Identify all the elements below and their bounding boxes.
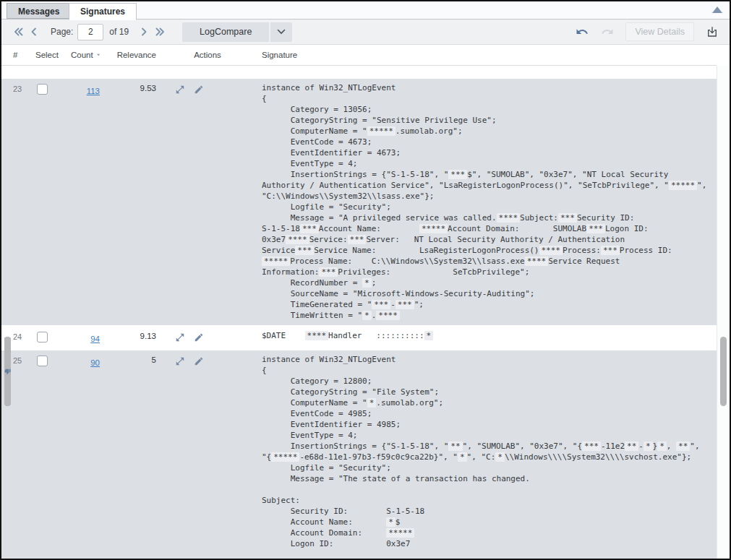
wildcard-highlight: *** <box>348 235 367 244</box>
table-header: # Select Count Relevance Actions Signatu… <box>1 45 717 66</box>
actions-cell <box>156 79 259 95</box>
last-page-button[interactable] <box>152 23 168 40</box>
expand-icon[interactable] <box>175 85 185 95</box>
count-link[interactable]: 113 <box>87 87 100 95</box>
wildcard-highlight: ***** <box>669 181 697 190</box>
chevron-down-icon <box>277 29 286 35</box>
count-link[interactable]: 94 <box>90 335 100 343</box>
last-page-icon <box>155 27 166 37</box>
wildcard-highlight: *** <box>586 224 605 233</box>
column-header-signature: Signature <box>259 51 717 59</box>
redo-button[interactable] <box>600 25 615 39</box>
column-header-count[interactable]: Count <box>71 51 100 59</box>
table-body: 231139.53instance of Win32_NTLogEvent { … <box>1 66 730 559</box>
row-checkbox[interactable] <box>37 332 48 343</box>
prev-page-icon <box>29 27 39 37</box>
count-link[interactable]: 90 <box>90 358 100 367</box>
view-details-button[interactable]: View Details <box>625 22 694 41</box>
wildcard-highlight: * <box>495 452 505 462</box>
edit-icon[interactable] <box>194 356 204 366</box>
relevance-cell: 9.13 <box>100 327 156 340</box>
log-search-results-panel: Messages Signatures Page: of 19 <box>0 0 731 560</box>
wildcard-highlight: ***** <box>386 528 414 538</box>
wildcard-highlight: *** <box>372 300 390 309</box>
table-row: 25905instance of Win32_NTLogEvent { Cate… <box>1 350 717 559</box>
count-header-label: Count <box>71 51 93 59</box>
wildcard-highlight: * <box>644 441 653 451</box>
row-select-cell <box>35 327 71 345</box>
column-header-select: Select <box>35 51 71 59</box>
logcompare-dropdown-button[interactable] <box>270 22 292 42</box>
actions-cell <box>156 327 259 343</box>
page-total: of 19 <box>109 27 129 37</box>
tab-signatures-label: Signatures <box>80 7 125 17</box>
wildcard-highlight: *** <box>396 300 414 309</box>
tab-signatures[interactable]: Signatures <box>69 3 137 20</box>
wildcard-highlight: **** <box>525 257 549 266</box>
tab-messages[interactable]: Messages <box>7 3 71 19</box>
rows: 231139.53instance of Win32_NTLogEvent { … <box>1 66 717 559</box>
wildcard-highlight: ***** <box>419 224 448 233</box>
vertical-scrollbar-thumb[interactable] <box>720 337 727 406</box>
collapse-panel-icon[interactable] <box>712 7 722 13</box>
edit-icon[interactable] <box>194 85 204 95</box>
row-checkbox[interactable] <box>37 356 48 366</box>
table-row: 231139.53instance of Win32_NTLogEvent { … <box>1 79 717 325</box>
thumbs-down-icon[interactable] <box>4 337 11 406</box>
wildcard-highlight: * <box>424 331 434 340</box>
column-header-num: # <box>1 51 35 59</box>
wildcard-highlight: * <box>362 278 372 288</box>
wildcard-highlight: **** <box>305 331 329 340</box>
tab-bar: Messages Signatures <box>1 1 730 20</box>
page-label: Page: <box>51 27 73 37</box>
first-page-button[interactable] <box>10 23 26 40</box>
wildcard-highlight: ***** <box>367 126 396 136</box>
relevance-cell: 5 <box>100 350 156 364</box>
actions-cell <box>156 350 259 366</box>
count-cell: 90 <box>71 350 100 369</box>
undo-button[interactable] <box>575 25 589 39</box>
expand-icon[interactable] <box>175 332 185 343</box>
table-row: 24949.13$DATE ****Handler ::::::::::* <box>1 327 717 349</box>
wildcard-highlight: ***** <box>271 452 299 462</box>
row-number: 23 <box>1 79 35 93</box>
wildcard-highlight: ** <box>448 441 462 451</box>
partial-row-spacer <box>1 66 717 79</box>
undo-icon <box>576 25 589 38</box>
edit-icon[interactable] <box>194 332 204 343</box>
wildcard-highlight: **** <box>497 213 521 223</box>
logcompare-split-button: LogCompare <box>182 22 292 42</box>
export-button[interactable] <box>705 25 719 39</box>
relevance-cell: 9.53 <box>100 79 156 92</box>
redo-icon <box>601 25 614 38</box>
export-icon <box>706 25 719 38</box>
page-input[interactable] <box>77 24 103 40</box>
tab-messages-label: Messages <box>18 7 59 17</box>
wildcard-highlight: *** <box>558 213 577 223</box>
expand-icon[interactable] <box>175 356 185 366</box>
wildcard-highlight: **** <box>376 311 400 320</box>
toolbar: Page: of 19 LogCompare <box>1 20 730 45</box>
signature-cell: instance of Win32_NTLogEvent { Category … <box>259 350 717 553</box>
wildcard-highlight: ** <box>625 441 638 451</box>
wildcard-highlight: * <box>367 398 377 408</box>
logcompare-button[interactable]: LogCompare <box>182 22 269 42</box>
row-checkbox[interactable] <box>37 84 48 95</box>
wildcard-highlight: * <box>386 517 396 527</box>
next-page-icon <box>139 27 149 37</box>
wildcard-highlight: *** <box>300 224 319 233</box>
wildcard-highlight: * <box>657 441 667 451</box>
column-header-relevance: Relevance <box>100 51 156 59</box>
row-select-cell <box>35 79 71 98</box>
wildcard-highlight: *** <box>448 170 467 179</box>
vertical-scrollbar-track[interactable] <box>717 66 730 559</box>
wildcard-highlight: *** <box>295 246 314 255</box>
count-cell: 113 <box>71 79 100 97</box>
next-page-button[interactable] <box>136 23 152 40</box>
wildcard-highlight: * <box>362 311 372 320</box>
prev-page-button[interactable] <box>26 23 42 40</box>
wildcard-highlight: ***** <box>262 257 290 266</box>
signature-text: instance of Win32_NTLogEvent { Category … <box>262 350 717 553</box>
signature-cell: $DATE ****Handler ::::::::::* <box>259 327 717 345</box>
wildcard-highlight: * <box>458 452 467 462</box>
